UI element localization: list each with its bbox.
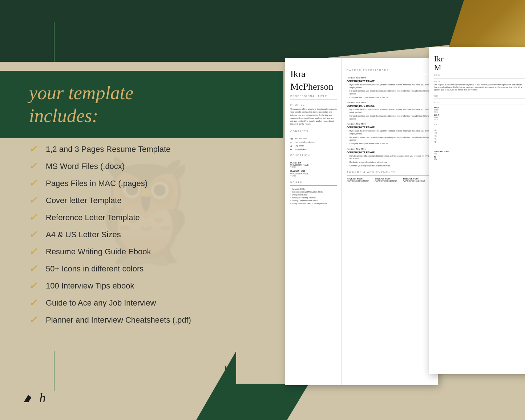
bullet-4-1: Include any specific accomplishments you…	[347, 155, 433, 160]
resume2-divider-1	[434, 78, 525, 78]
resume2-skills-title: SKI	[434, 124, 525, 126]
resume2-contacts-title: CO	[434, 95, 525, 97]
resume-profile-section-title: PROFILE	[290, 104, 337, 106]
resume2-education: EDU MAS UNIV YEA BAC UNIV YEA	[434, 101, 525, 121]
resume-divider-1	[290, 100, 337, 100]
company-range-2: COMPANY|DATE RANGE	[347, 105, 433, 107]
awards-section: AWARDS & ACHIEVEMENTS TITLE OF YOUR AWAR…	[347, 171, 433, 183]
edu-bachelor-year: YEAR	[290, 175, 337, 177]
green-shape-4	[287, 384, 309, 420]
checkmark-4: ✓	[29, 195, 40, 206]
checkmark-5: ✓	[29, 212, 40, 223]
career-divider	[347, 74, 433, 74]
checkmark-8: ✓	[29, 263, 40, 274]
resume-right-column: CAREER EXPERIENCES Position Title Here C…	[342, 58, 438, 385]
career-section-title: CAREER EXPERIENCES	[347, 69, 433, 72]
banner-line2: includes:	[29, 105, 98, 126]
checkmark-3: ✓	[29, 178, 40, 189]
feature-item-1: ✓ 1,2 and 3 Pages Resume Template	[29, 144, 291, 155]
vertical-line-left	[54, 22, 54, 62]
feature-text-9: 100 Interview Tips ebook	[46, 281, 134, 291]
contact-phone: ☎ 333.333.3333	[290, 137, 337, 140]
bullet-1-3: Limit your description to the three or f…	[347, 96, 433, 99]
resume2-awards: TITLE OF YOUR AW TI AW	[434, 150, 525, 160]
resume2-skills-list: • A• C• S• S• p	[434, 129, 525, 143]
contact-location-text: City, State	[295, 145, 304, 147]
bullet-4-3: Describe your responsibilities in concis…	[347, 165, 433, 167]
email-icon: ✉	[290, 141, 293, 144]
logo-wing-icon	[22, 392, 36, 404]
checkmark-6: ✓	[29, 229, 40, 240]
position-title-3: Position Title Here	[347, 122, 433, 125]
vertical-line-bottom	[54, 351, 54, 391]
resume2-edu-title: EDU	[434, 101, 525, 104]
contact-phone-text: 333.333.3333	[295, 137, 307, 140]
linkedin-icon: in	[290, 148, 293, 150]
feature-item-4: ✓ Cover letter Template	[29, 195, 291, 206]
award-2-sub: AWARD/ACHIEVEMENT	[375, 180, 397, 182]
contact-location: ◉ City, State	[290, 145, 337, 147]
feature-item-5: ✓ Reference Letter Template	[29, 212, 291, 223]
skill-1: Analysis Skills	[290, 188, 337, 190]
resume2-divider-3	[434, 105, 525, 105]
checkmark-9: ✓	[29, 280, 40, 291]
resume2-year2: YEA	[434, 118, 525, 121]
award-3-sub: AWARD/ACHIEVEMENT	[403, 180, 425, 182]
checkmark-2: ✓	[29, 161, 40, 172]
awards-divider	[347, 175, 433, 176]
resume-divider-4	[290, 185, 337, 186]
resume2-contacts: CO	[434, 95, 525, 98]
resume-contacts-title: CONTACTS	[290, 130, 337, 133]
logo-h-letter: h	[39, 390, 46, 405]
contact-linkedin: in /in/yourlinkedin	[290, 148, 337, 150]
feature-text-8: 50+ Icons in different colors	[46, 264, 144, 274]
resume2-year1: YEA	[434, 111, 525, 113]
feature-item-7: ✓ Resume Writing Guide Ebook	[29, 246, 291, 257]
resume-divider-2	[290, 135, 337, 135]
bullet-2-2: For each position, use detailed actions …	[347, 115, 433, 120]
bullet-1-2: For each position, use detailed actions …	[347, 90, 433, 95]
resume-education-title: EDUCATION	[290, 154, 337, 157]
feature-item-8: ✓ 50+ Icons in different colors	[29, 263, 291, 274]
resume2-divider-2	[434, 98, 525, 98]
skill-2: Collaboration and Motivation Skills	[290, 191, 337, 193]
feature-text-3: Pages Files in MAC (.pages)	[46, 179, 148, 188]
bullet-4-2: Be details in your descriptions without …	[347, 161, 433, 164]
resume-skills-title: SKILLS	[290, 181, 337, 183]
phone-icon: ☎	[290, 137, 293, 140]
award-2: TITLE OF YOUR AWARD/ACHIEVEMENT	[375, 178, 397, 183]
banner-text: your template includes:	[29, 82, 133, 127]
resume2-divider-4	[434, 127, 525, 127]
edu-master-label: MASTER	[290, 161, 337, 164]
resume2-award-sub: AW	[434, 153, 525, 155]
bullet-2-1: If you want the emphasis to be on your t…	[347, 108, 433, 114]
feature-item-9: ✓ 100 Interview Tips ebook	[29, 280, 291, 291]
skill-4: Strategic Planning Abilities	[290, 197, 337, 199]
features-list: ✓ 1,2 and 3 Pages Resume Template ✓ MS W…	[29, 144, 291, 331]
position-title-1: Position Title Here	[347, 76, 433, 79]
feature-text-10: Guide to Ace any Job Interview	[46, 298, 156, 308]
resume-document-1: Ikra McPherson PROFESSIONAL TITLE PROFIL…	[285, 58, 438, 385]
edu-master-year: YEAR	[290, 166, 337, 168]
position-title-4: Position Title Here	[347, 148, 433, 150]
position-title-2: Position Title Here	[347, 101, 433, 104]
brand-logo: h	[22, 390, 46, 405]
feature-text-4: Cover letter Template	[46, 196, 122, 205]
feature-item-10: ✓ Guide to Ace any Job Interview	[29, 297, 291, 308]
company-range-3: COMPANY|DATE RANGE	[347, 126, 433, 129]
feature-item-11: ✓ Planner and Interview Cheatsheets (.pd…	[29, 314, 291, 326]
edu-bachelor-label: BACHELOR	[290, 170, 337, 173]
resume-divider-3	[290, 159, 337, 159]
banner-line1: your template	[29, 82, 133, 103]
feature-text-7: Resume Writing Guide Ebook	[46, 247, 151, 257]
company-range-1: COMPANY|DATE RANGE	[347, 80, 433, 82]
resume2-profile-text: The purpose of this area is to direct em…	[434, 84, 525, 91]
bullet-3-2: For each position, use detailed actions …	[347, 136, 433, 142]
bullet-3-3: Limit your description to the three or f…	[347, 142, 433, 145]
resume-professional-title-label: PROFESSIONAL TITLE	[290, 95, 337, 97]
awards-section-title: AWARDS & ACHIEVEMENTS	[347, 171, 433, 173]
template-includes-banner: your template includes:	[0, 71, 283, 138]
resume-last-name: McPherson	[290, 82, 337, 92]
award-1-sub: AWARD/ACHIEVEMENT	[347, 180, 369, 182]
checkmark-7: ✓	[29, 246, 40, 257]
